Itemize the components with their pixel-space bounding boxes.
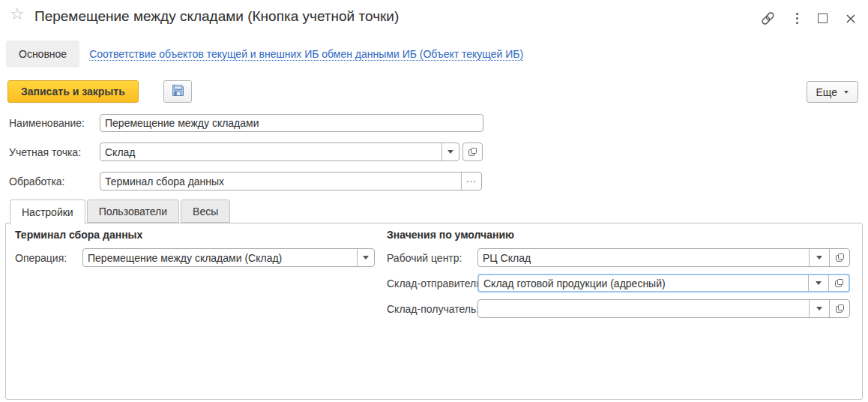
more-button[interactable]: Еще	[807, 81, 859, 103]
processing-combo: ...	[100, 172, 482, 190]
terminal-group-title: Терминал сбора данных	[15, 229, 142, 241]
field-row-work-center: Рабочий центр:	[387, 248, 850, 267]
save-floppy-icon	[170, 82, 186, 100]
warehouse-sender-label: Склад-отправитель:	[387, 278, 477, 290]
name-input[interactable]	[100, 114, 483, 132]
warehouse-receiver-dropdown-button[interactable]	[810, 300, 829, 317]
caret-down-icon	[447, 150, 453, 154]
accounting-point-label: Учетная точка:	[9, 146, 100, 158]
maximize-icon[interactable]	[818, 14, 828, 23]
warehouse-sender-combo	[477, 274, 850, 292]
ellipsis-icon: ...	[466, 176, 477, 188]
caret-down-icon	[816, 256, 822, 260]
close-icon[interactable]	[846, 14, 856, 24]
accounting-point-dropdown-button[interactable]	[442, 143, 459, 160]
caret-down-icon	[363, 256, 369, 260]
caret-down-icon	[816, 307, 822, 310]
operation-dropdown-button[interactable]	[358, 249, 374, 266]
warehouse-sender-open-button[interactable]	[829, 275, 849, 291]
window-controls	[759, 10, 856, 27]
open-reference-icon	[835, 253, 845, 262]
warehouse-receiver-open-button[interactable]	[830, 300, 849, 317]
favorite-star-icon[interactable]: ☆	[10, 6, 25, 22]
save-button[interactable]	[163, 80, 192, 103]
open-reference-icon	[468, 147, 477, 157]
open-reference-icon	[835, 304, 845, 314]
tab-scales[interactable]: Весы	[181, 200, 230, 223]
name-label: Наименование:	[9, 117, 100, 129]
tab-settings[interactable]: Настройки	[10, 200, 85, 224]
work-center-label: Рабочий центр:	[387, 252, 477, 264]
work-center-dropdown-button[interactable]	[810, 249, 829, 266]
field-row-name: Наименование:	[9, 114, 483, 132]
operation-label: Операция:	[15, 252, 82, 264]
open-reference-icon	[834, 278, 844, 288]
warehouse-receiver-input[interactable]	[478, 300, 809, 317]
field-row-warehouse-sender: Склад-отправитель:	[387, 274, 850, 292]
relation-link[interactable]: Соответствие объектов текущей и внешних …	[89, 48, 523, 61]
page-title: Перемещение между складами (Кнопка учетн…	[34, 8, 399, 25]
tab-users[interactable]: Пользователи	[87, 200, 179, 223]
tab-main[interactable]: Основное	[6, 40, 79, 68]
warehouse-sender-input[interactable]	[479, 275, 808, 291]
field-row-warehouse-receiver: Склад-получатель:	[387, 299, 850, 318]
field-row-accounting-point: Учетная точка:	[9, 142, 483, 161]
operation-combo	[82, 248, 375, 267]
settings-tabstrip: Настройки Пользователи Весы	[10, 200, 232, 224]
chevron-down-icon	[844, 91, 849, 94]
link-icon[interactable]	[759, 10, 777, 27]
work-center-combo	[477, 248, 850, 267]
warehouse-receiver-label: Склад-получатель:	[387, 303, 477, 315]
accounting-point-open-button[interactable]	[462, 142, 483, 161]
processing-input[interactable]	[100, 172, 461, 190]
work-center-input[interactable]	[478, 249, 809, 266]
save-and-close-button[interactable]: Записать и закрыть	[7, 80, 139, 103]
warehouse-receiver-combo	[477, 299, 850, 318]
accounting-point-combo	[100, 142, 459, 161]
kebab-menu-icon[interactable]	[795, 11, 800, 26]
warehouse-sender-dropdown-button[interactable]	[809, 275, 828, 291]
processing-choose-button[interactable]: ...	[462, 172, 481, 190]
nav-row: Основное Соответствие объектов текущей и…	[6, 40, 858, 68]
accounting-point-input[interactable]	[100, 143, 441, 160]
more-button-label: Еще	[816, 86, 838, 98]
field-row-processing: Обработка: ...	[9, 172, 482, 190]
operation-input[interactable]	[83, 249, 357, 266]
field-row-operation: Операция:	[15, 248, 375, 267]
caret-down-icon	[816, 281, 822, 285]
defaults-group-title: Значения по умолчанию	[387, 229, 514, 241]
work-center-open-button[interactable]	[830, 249, 849, 266]
processing-label: Обработка:	[9, 176, 100, 188]
